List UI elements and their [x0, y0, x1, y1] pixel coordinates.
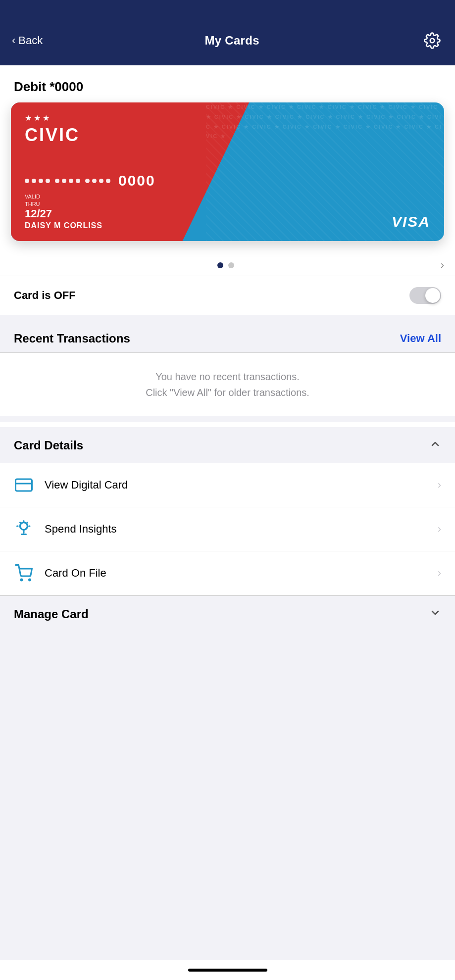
- cart-icon: [14, 563, 34, 583]
- credit-card-icon: [14, 475, 34, 495]
- toggle-label: Card is OFF: [14, 289, 76, 302]
- card-carousel: ★ ★ ★ CIVIC: [0, 102, 455, 251]
- svg-point-11: [21, 579, 22, 581]
- pagination-dot-2[interactable]: [228, 262, 234, 268]
- card-expiry: 12/27: [25, 207, 102, 220]
- card-dot: [46, 179, 50, 183]
- home-indicator: [0, 960, 455, 980]
- card-number-row: 0000: [25, 172, 430, 189]
- card-logo-area: ★ ★ ★ CIVIC: [25, 113, 430, 146]
- manage-card-chevron-down-icon: [429, 607, 441, 621]
- card-dots-group-1: [25, 179, 50, 183]
- toggle-section: Card is OFF: [0, 276, 455, 315]
- svg-point-0: [430, 39, 435, 43]
- manage-card-title: Manage Card: [14, 607, 89, 621]
- svg-rect-1: [16, 479, 32, 491]
- card-info-row: VALIDTHRU 12/27 DAISY M CORLISS VISA: [25, 193, 430, 230]
- spend-insights-chevron-icon: ›: [438, 523, 441, 536]
- card-dots-group-3: [85, 179, 110, 183]
- debit-label-section: Debit *0000: [0, 65, 455, 102]
- spend-insights-label: Spend Insights: [45, 523, 117, 536]
- card-content: ★ ★ ★ CIVIC: [11, 102, 444, 241]
- gear-icon: [424, 32, 441, 49]
- card-validity-section: VALIDTHRU 12/27 DAISY M CORLISS: [25, 193, 102, 230]
- card-dot: [106, 179, 110, 183]
- settings-button[interactable]: [421, 30, 443, 51]
- transactions-empty: You have no recent transactions. Click "…: [0, 353, 455, 416]
- manage-card-section: Manage Card: [0, 595, 455, 632]
- card-on-file-label: Card On File: [45, 567, 106, 580]
- card-bottom: 0000 VALIDTHRU 12/27 DAISY M CORLISS VIS…: [25, 172, 430, 230]
- card-star-2: ★: [34, 113, 41, 123]
- next-card-chevron[interactable]: ›: [441, 259, 444, 272]
- svg-line-10: [20, 523, 21, 523]
- card-dot: [92, 179, 97, 183]
- card-dots-group-2: [55, 179, 80, 183]
- view-digital-card-label: View Digital Card: [45, 479, 128, 491]
- view-all-button[interactable]: View All: [400, 332, 441, 345]
- empty-line-2: Click "View All" for older transactions.: [146, 387, 309, 398]
- card-dot: [25, 179, 29, 183]
- menu-item-left-card-on-file: Card On File: [14, 563, 106, 583]
- card-details-chevron-up-icon: [429, 438, 441, 452]
- view-digital-card-chevron-icon: ›: [438, 479, 441, 491]
- svg-line-7: [27, 523, 27, 523]
- transactions-title: Recent Transactions: [14, 332, 130, 345]
- transactions-section: Recent Transactions View All You have no…: [0, 321, 455, 416]
- manage-card-header[interactable]: Manage Card: [0, 595, 455, 632]
- back-button[interactable]: ‹ Back: [12, 34, 43, 47]
- pagination-dot-1[interactable]: [217, 262, 223, 268]
- menu-items: View Digital Card ›: [0, 463, 455, 595]
- lightbulb-icon: [14, 519, 34, 539]
- card-logo-text: CIVIC: [25, 125, 80, 146]
- card-dot: [85, 179, 90, 183]
- card-toggle-switch[interactable]: [409, 287, 441, 304]
- card-visa-logo: VISA: [392, 213, 430, 230]
- transactions-header: Recent Transactions View All: [0, 321, 455, 352]
- card-star-1: ★: [25, 113, 32, 123]
- card-on-file-chevron-icon: ›: [438, 567, 441, 580]
- home-bar: [188, 969, 267, 972]
- empty-line-1: You have no recent transactions.: [155, 371, 300, 382]
- card-dot: [32, 179, 36, 183]
- nav-header: ‹ Back My Cards: [0, 22, 455, 65]
- card-holder-name: DAISY M CORLISS: [25, 221, 102, 230]
- transactions-empty-text: You have no recent transactions. Click "…: [14, 369, 441, 400]
- card-details-title: Card Details: [14, 439, 83, 452]
- card-dot: [62, 179, 66, 183]
- back-label: Back: [18, 34, 43, 47]
- card-dot: [39, 179, 43, 183]
- menu-item-spend-insights[interactable]: Spend Insights ›: [0, 507, 455, 551]
- card-star-3: ★: [43, 113, 50, 123]
- toggle-knob: [425, 288, 440, 303]
- pagination-dots: [11, 262, 441, 268]
- card-valid-label: VALIDTHRU: [25, 193, 102, 207]
- main-content: Debit *0000 ★ ★ ★ CIVIC: [0, 65, 455, 632]
- debit-label: Debit *0000: [14, 79, 83, 94]
- card-dot: [99, 179, 103, 183]
- back-chevron-icon: ‹: [12, 34, 15, 47]
- card-dot: [76, 179, 80, 183]
- svg-point-12: [29, 579, 31, 581]
- card-dot: [55, 179, 59, 183]
- menu-item-view-digital-card[interactable]: View Digital Card ›: [0, 463, 455, 507]
- menu-item-left-digital: View Digital Card: [14, 475, 128, 495]
- menu-item-left-insights: Spend Insights: [14, 519, 117, 539]
- menu-item-card-on-file[interactable]: Card On File ›: [0, 551, 455, 595]
- card-dot: [69, 179, 73, 183]
- card-stars: ★ ★ ★: [25, 113, 50, 123]
- card-last-four: 0000: [118, 172, 155, 189]
- pagination-row: ›: [0, 251, 455, 276]
- status-bar: [0, 0, 455, 22]
- card-details-section: Card Details View Digital Car: [0, 427, 455, 595]
- card-details-header[interactable]: Card Details: [0, 427, 455, 463]
- section-divider-2: [0, 416, 455, 422]
- section-divider-1: [0, 315, 455, 321]
- page-title: My Cards: [204, 34, 259, 48]
- card-visual: ★ ★ ★ CIVIC: [11, 102, 444, 241]
